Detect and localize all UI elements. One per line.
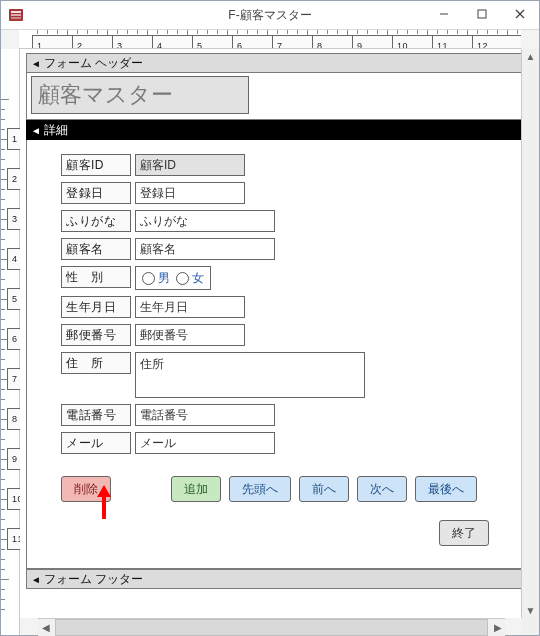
label-gender[interactable]: 性 別 <box>61 266 131 288</box>
horizontal-scrollbar[interactable]: ◀ ▶ <box>38 618 505 636</box>
maximize-button[interactable] <box>463 1 501 27</box>
field-phone[interactable]: 電話番号 <box>135 404 275 426</box>
field-customer-id[interactable]: 顧客ID <box>135 154 245 176</box>
radio-male[interactable]: 男 <box>142 270 170 287</box>
gender-option-group[interactable]: 男 女 <box>135 266 211 290</box>
form-title-label[interactable]: 顧客マスター <box>31 76 249 114</box>
scroll-corner <box>522 618 539 635</box>
minimize-button[interactable] <box>425 1 463 27</box>
label-birthday[interactable]: 生年月日 <box>61 296 131 318</box>
label-customer-id[interactable]: 顧客ID <box>61 154 131 176</box>
horizontal-ruler: 123456789101112 <box>19 30 521 49</box>
access-app-icon <box>5 4 27 26</box>
next-button[interactable]: 次へ <box>357 476 407 502</box>
scroll-thumb[interactable] <box>55 619 488 636</box>
field-mail[interactable]: メール <box>135 432 275 454</box>
scroll-down-arrow-icon[interactable]: ▼ <box>523 603 538 618</box>
field-birthday[interactable]: 生年月日 <box>135 296 245 318</box>
scroll-right-arrow-icon[interactable]: ▶ <box>490 620 505 635</box>
radio-icon <box>142 272 155 285</box>
access-design-window: F-顧客マスター 123456789101112 1234567891011 ◄… <box>0 0 540 636</box>
annotation-red-up-arrow-icon <box>97 485 111 522</box>
field-reg-date[interactable]: 登録日 <box>135 182 245 204</box>
section-twist-icon: ◄ <box>31 125 41 136</box>
label-address[interactable]: 住 所 <box>61 352 131 374</box>
scroll-up-arrow-icon[interactable]: ▲ <box>523 49 538 64</box>
field-furigana[interactable]: ふりがな <box>135 210 275 232</box>
svg-rect-3 <box>11 17 21 19</box>
label-furigana[interactable]: ふりがな <box>61 210 131 232</box>
label-postal[interactable]: 郵便番号 <box>61 324 131 346</box>
svg-rect-2 <box>11 14 21 16</box>
first-button[interactable]: 先頭へ <box>229 476 291 502</box>
svg-rect-1 <box>11 11 21 13</box>
section-twist-icon: ◄ <box>31 58 41 69</box>
prev-button[interactable]: 前へ <box>299 476 349 502</box>
section-bar-detail[interactable]: ◄ 詳細 <box>26 120 521 140</box>
section-bar-label: フォーム ヘッダー <box>44 55 143 72</box>
section-bar-form-footer[interactable]: ◄ フォーム フッター <box>26 569 521 589</box>
radio-female[interactable]: 女 <box>176 270 204 287</box>
field-customer-name[interactable]: 顧客名 <box>135 238 275 260</box>
svg-rect-5 <box>478 10 486 18</box>
field-postal[interactable]: 郵便番号 <box>135 324 245 346</box>
section-bar-label: 詳細 <box>44 122 68 139</box>
label-customer-name[interactable]: 顧客名 <box>61 238 131 260</box>
section-bar-label: フォーム フッター <box>44 571 143 588</box>
label-mail[interactable]: メール <box>61 432 131 454</box>
section-bar-form-header[interactable]: ◄ フォーム ヘッダー <box>26 53 521 73</box>
vertical-ruler: 1234567891011 <box>1 49 20 618</box>
label-phone[interactable]: 電話番号 <box>61 404 131 426</box>
close-button[interactable] <box>501 1 539 27</box>
section-twist-icon: ◄ <box>31 574 41 585</box>
form-header-surface[interactable]: 顧客マスター <box>26 73 521 120</box>
add-button[interactable]: 追加 <box>171 476 221 502</box>
vertical-scrollbar[interactable]: ▲ ▼ <box>521 49 539 618</box>
scroll-left-arrow-icon[interactable]: ◀ <box>38 620 53 635</box>
radio-icon <box>176 272 189 285</box>
close-form-button[interactable]: 終了 <box>439 520 489 546</box>
field-address[interactable]: 住所 <box>135 352 365 398</box>
last-button[interactable]: 最後へ <box>415 476 477 502</box>
detail-surface[interactable]: 顧客ID 顧客ID 登録日 登録日 ふりがな ふりがな 顧客名 顧客名 <box>26 140 521 569</box>
titlebar: F-顧客マスター <box>1 1 539 30</box>
design-canvas[interactable]: ◄ フォーム ヘッダー 顧客マスター ◄ 詳細 顧客ID 顧客ID <box>20 49 521 618</box>
label-reg-date[interactable]: 登録日 <box>61 182 131 204</box>
